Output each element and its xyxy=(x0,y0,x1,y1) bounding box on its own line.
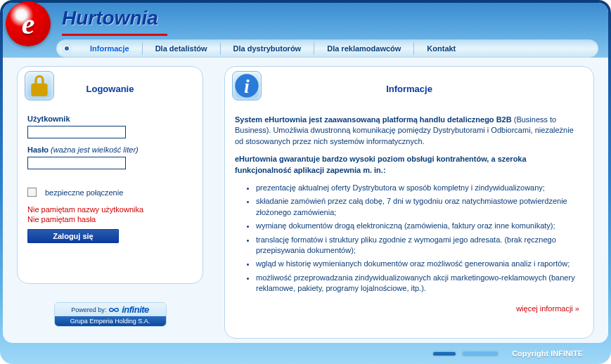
header: e Hurtownia Informacje Dla detalistów Dl… xyxy=(3,3,608,58)
nav-bar: Informacje Dla detalistów Dla dystrybuto… xyxy=(56,39,598,58)
powered-by-company: Grupa Emperia Holding S.A. xyxy=(55,316,166,326)
info-bullet-list: prezentację aktualnej oferty Dystrybutor… xyxy=(256,183,579,294)
info-bullet: możliwość przeprowadzania zindywidualizo… xyxy=(256,273,579,294)
footer: Copyright INFINITE xyxy=(0,343,611,364)
logo: e xyxy=(6,1,51,46)
login-button[interactable]: Zaloguj się xyxy=(27,229,119,243)
info-bullet: translację formatów i struktury pliku zg… xyxy=(256,235,579,256)
nav-item-kontakt[interactable]: Kontakt xyxy=(414,44,468,53)
brand-title: Hurtownia xyxy=(62,7,158,30)
nav-item-detalistow[interactable]: Dla detalistów xyxy=(143,44,220,53)
forgot-password-link[interactable]: Nie pamiętam hasła xyxy=(27,215,193,223)
username-input[interactable] xyxy=(27,126,126,138)
powered-by-top: Powered by: infinite xyxy=(55,303,166,316)
login-column: Logowanie Użytkownik Hasło (ważna jest w… xyxy=(17,66,203,334)
app-frame: e Hurtownia Informacje Dla detalistów Dl… xyxy=(0,0,611,364)
info-bullet: wymianę dokumentów drogą elektroniczną (… xyxy=(256,221,579,231)
login-title: Logowanie xyxy=(18,84,202,94)
info-panel: i Informacje System eHurtownia jest zaaw… xyxy=(224,66,594,339)
password-label-text: Hasło xyxy=(27,145,49,154)
info-body: System eHurtownia jest zaawansowaną plat… xyxy=(235,115,584,315)
nav-indicator-dot xyxy=(63,45,70,52)
footer-decoration xyxy=(463,352,498,356)
logo-letter: e xyxy=(22,7,35,41)
nav-item-reklamodawcow[interactable]: Dla reklamodawców xyxy=(314,44,413,53)
login-form: Użytkownik Hasło (ważna jest wielkość li… xyxy=(27,115,193,243)
info-p1-bold: System eHurtownia jest zaawansowaną plat… xyxy=(235,115,512,124)
secure-connection-label: bezpieczne połączenie xyxy=(45,188,123,197)
password-hint: (ważna jest wielkość liter) xyxy=(51,145,139,154)
username-label: Użytkownik xyxy=(27,115,193,123)
info-bullet: prezentację aktualnej oferty Dystrybutor… xyxy=(256,183,579,193)
logo-circle: e xyxy=(6,1,51,46)
info-bullet: składanie zamówień przez całą dobę, 7 dn… xyxy=(256,196,579,218)
secure-connection-checkbox[interactable] xyxy=(27,188,37,197)
forgot-username-link[interactable]: Nie pamiętam nazwy użytkownika xyxy=(27,205,193,214)
content-area: Logowanie Użytkownik Hasło (ważna jest w… xyxy=(17,66,594,334)
powered-by-badge[interactable]: Powered by: infinite Grupa Emperia Holdi… xyxy=(54,302,167,327)
copyright-text: Copyright INFINITE xyxy=(512,349,583,358)
more-info-link[interactable]: więcej informacji » xyxy=(235,304,579,314)
brand-underline xyxy=(62,34,167,36)
login-panel: Logowanie Użytkownik Hasło (ważna jest w… xyxy=(17,66,203,284)
powered-by-brand: infinite xyxy=(122,304,149,315)
nav-item-informacje[interactable]: Informacje xyxy=(77,44,142,53)
powered-by-prefix: Powered by: xyxy=(71,306,106,313)
info-bullet: wgląd w historię wymienianych dokumentów… xyxy=(256,259,579,269)
info-paragraph-2: eHurtownia gwarantuje bardzo wysoki pozi… xyxy=(235,154,579,176)
info-title: Informacje xyxy=(225,84,593,94)
password-input[interactable] xyxy=(27,157,126,169)
nav-item-dystrybutorow[interactable]: Dla dystrybutorów xyxy=(221,44,314,53)
info-paragraph-1: System eHurtownia jest zaawansowaną plat… xyxy=(235,115,579,147)
footer-decoration xyxy=(433,352,456,356)
secure-connection-row: bezpieczne połączenie xyxy=(27,188,193,197)
content-background: e Hurtownia Informacje Dla detalistów Dl… xyxy=(3,3,608,343)
password-label: Hasło (ważna jest wielkość liter) xyxy=(27,145,193,154)
infinite-icon xyxy=(109,306,119,313)
